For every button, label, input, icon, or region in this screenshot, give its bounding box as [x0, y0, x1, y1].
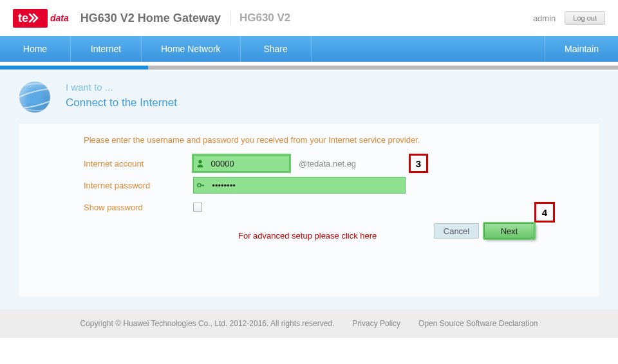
brand-mark: te: [13, 9, 48, 28]
row-account: Internet account @tedata.net.eg: [84, 154, 599, 173]
panel-head: I want to ... Connect to the Internet: [19, 82, 599, 113]
password-label: Internet password: [84, 181, 193, 190]
form-area: Please enter the username and password y…: [19, 123, 599, 296]
show-password-label: Show password: [84, 203, 193, 212]
callout-4: 4: [534, 202, 555, 223]
account-field[interactable]: [193, 155, 290, 172]
header-right: admin Log out: [533, 11, 605, 25]
account-field-wrap: [193, 155, 290, 172]
main-nav: Home Internet Home Network Share Maintai…: [0, 36, 618, 62]
logout-button[interactable]: Log out: [565, 11, 605, 25]
footer-copyright: Copyright © Huawei Technologies Co., Ltd…: [80, 319, 335, 328]
panel-title: Connect to the Internet: [66, 96, 177, 109]
footer-oss-link[interactable]: Open Source Software Declaration: [418, 319, 538, 328]
globe-icon: [19, 82, 50, 113]
row-password: Internet password: [84, 176, 599, 195]
account-label: Internet account: [84, 159, 193, 168]
device-title: HG630 V2 Home Gateway: [80, 12, 221, 25]
button-row: Cancel Next: [434, 223, 534, 239]
brand-suffix: data: [50, 13, 69, 23]
brand-arrows-icon: [28, 13, 41, 23]
account-input[interactable]: [207, 159, 289, 168]
cancel-button[interactable]: Cancel: [434, 223, 479, 239]
wizard-panel: I want to ... Connect to the Internet Pl…: [0, 69, 618, 309]
next-button[interactable]: Next: [484, 223, 534, 239]
title-divider: [230, 11, 230, 25]
footer-privacy-link[interactable]: Privacy Policy: [352, 319, 400, 328]
nav-share[interactable]: Share: [241, 36, 312, 62]
show-password-checkbox[interactable]: [193, 203, 202, 212]
panel-titles: I want to ... Connect to the Internet: [66, 82, 177, 109]
password-field[interactable]: [193, 177, 406, 194]
device-model: HG630 V2: [239, 12, 290, 24]
panel-supertitle: I want to ...: [66, 82, 177, 93]
nav-spacer: [312, 36, 545, 62]
account-domain-suffix: @tedata.net.eg: [299, 159, 356, 168]
user-icon: [194, 159, 207, 168]
brand-prefix: te: [18, 12, 28, 25]
title-block: HG630 V2 Home Gateway HG630 V2: [80, 11, 291, 25]
footer: Copyright © Huawei Technologies Co., Ltd…: [0, 309, 618, 338]
header: te data HG630 V2 Home Gateway HG630 V2 a…: [0, 0, 618, 36]
form-instruction: Please enter the username and password y…: [84, 135, 599, 145]
password-field-wrap: [193, 177, 406, 194]
nav-home[interactable]: Home: [0, 36, 71, 62]
key-icon: [194, 181, 208, 190]
current-user: admin: [533, 14, 556, 23]
nav-internet[interactable]: Internet: [71, 36, 142, 62]
nav-maintain[interactable]: Maintain: [545, 36, 618, 62]
callout-3: 3: [409, 154, 428, 173]
row-show-password: Show password: [84, 197, 599, 217]
password-input[interactable]: [208, 181, 405, 190]
nav-home-network[interactable]: Home Network: [142, 36, 241, 62]
brand-logo: te data: [13, 9, 69, 28]
svg-point-0: [198, 183, 201, 187]
advanced-setup-link[interactable]: For advanced setup please click here: [238, 231, 377, 241]
